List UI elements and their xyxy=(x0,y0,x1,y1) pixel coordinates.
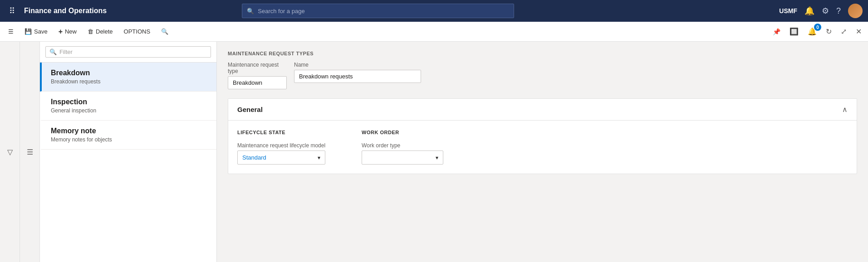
hamburger-menu-button[interactable]: ☰ xyxy=(4,25,18,38)
chevron-up-icon: ∧ xyxy=(842,105,848,114)
notification-count: 0 xyxy=(814,24,821,31)
office-icon-button[interactable]: 🔲 xyxy=(787,25,801,38)
main-layout: ▽ ☰ 🔍 Breakdown Breakdown requests Inspe… xyxy=(0,42,868,262)
filter-toggle[interactable]: ▽ xyxy=(0,42,20,262)
new-button[interactable]: + New xyxy=(54,25,81,39)
maintenance-type-field: Maintenance request type xyxy=(228,62,287,89)
sidebar-item-memory-note[interactable]: Memory note Memory notes for objects xyxy=(40,121,216,150)
lifecycle-model-select[interactable]: Standard xyxy=(238,151,313,164)
filter-input-wrap: 🔍 xyxy=(45,46,211,58)
nav-lines-icon: ☰ xyxy=(27,148,33,156)
open-button[interactable]: ⤢ xyxy=(838,25,849,38)
sidebar: 🔍 Breakdown Breakdown requests Inspectio… xyxy=(40,42,217,262)
nav-toggle-button[interactable]: ☰ xyxy=(20,42,40,262)
menu-toggle-button[interactable]: ⠿ xyxy=(5,4,19,18)
app-title: Finance and Operations xyxy=(24,7,107,15)
lifecycle-model-select-wrap: Standard ▾ xyxy=(237,150,325,165)
nav-right: USMF 🔔 ⚙ ? xyxy=(779,4,863,18)
toolbar: ☰ 💾 Save + New 🗑 Delete OPTIONS 🔍 📌 🔲 🔔 … xyxy=(0,22,868,42)
hamburger-icon: ☰ xyxy=(8,28,14,35)
refresh-button[interactable]: ↻ xyxy=(823,25,834,38)
sidebar-item-title: Memory note xyxy=(51,127,209,135)
settings-icon[interactable]: ⚙ xyxy=(822,6,829,16)
general-title: General xyxy=(237,106,263,113)
toolbar-right: 📌 🔲 🔔 0 ↻ ⤢ ✕ xyxy=(770,25,864,38)
sidebar-item-subtitle: General inspection xyxy=(51,107,209,114)
grid-icon: ⠿ xyxy=(9,6,15,16)
save-icon: 💾 xyxy=(25,28,32,35)
maintenance-type-label: Maintenance request type xyxy=(228,62,287,74)
notification-bell-icon[interactable]: 🔔 xyxy=(804,6,814,16)
toolbar-search-button[interactable]: 🔍 xyxy=(157,25,173,38)
sidebar-filter-area: 🔍 xyxy=(40,42,216,63)
delete-icon: 🗑 xyxy=(88,28,93,35)
lifecycle-col: LIFECYCLE STATE Maintenance request life… xyxy=(237,130,325,165)
section-label: MAINTENANCE REQUEST TYPES xyxy=(228,51,857,56)
general-section-header[interactable]: General ∧ xyxy=(228,99,857,121)
content-area: MAINTENANCE REQUEST TYPES Maintenance re… xyxy=(217,42,868,262)
sidebar-item-subtitle: Breakdown requests xyxy=(51,78,209,85)
work-order-type-select[interactable] xyxy=(362,151,431,164)
notification-badge-wrap: 🔔 0 xyxy=(805,25,819,38)
maintenance-type-input[interactable] xyxy=(228,76,287,89)
work-order-type-group: Work order type ▾ xyxy=(362,142,443,165)
sidebar-item-breakdown[interactable]: Breakdown Breakdown requests xyxy=(40,63,216,92)
chevron-down-icon: ▾ xyxy=(431,155,443,161)
filter-search-icon: 🔍 xyxy=(49,49,57,55)
name-field: Name xyxy=(294,62,421,89)
work-order-section-label: WORK ORDER xyxy=(362,130,443,135)
sidebar-item-title: Breakdown xyxy=(51,69,209,77)
search-icon: 🔍 xyxy=(247,8,254,15)
sidebar-item-title: Inspection xyxy=(51,98,209,106)
work-order-type-select-wrap: ▾ xyxy=(362,150,443,165)
sidebar-item-inspection[interactable]: Inspection General inspection xyxy=(40,92,216,121)
sidebar-item-subtitle: Memory notes for objects xyxy=(51,136,209,143)
chevron-down-icon: ▾ xyxy=(313,155,325,161)
plus-icon: + xyxy=(59,28,63,36)
avatar[interactable] xyxy=(848,4,863,18)
close-button[interactable]: ✕ xyxy=(853,25,864,38)
delete-button[interactable]: 🗑 Delete xyxy=(83,25,118,38)
sidebar-list: Breakdown Breakdown requests Inspection … xyxy=(40,63,216,262)
lifecycle-model-label: Maintenance request lifecycle model xyxy=(237,142,325,149)
general-body: LIFECYCLE STATE Maintenance request life… xyxy=(228,121,857,174)
name-label: Name xyxy=(294,62,421,68)
options-button[interactable]: OPTIONS xyxy=(119,25,155,38)
global-search: 🔍 xyxy=(242,4,514,18)
filter-icon: ▽ xyxy=(7,148,13,156)
form-fields: Maintenance request type Name xyxy=(228,62,857,89)
company-label: USMF xyxy=(779,7,797,15)
help-icon[interactable]: ? xyxy=(836,6,841,16)
save-button[interactable]: 💾 Save xyxy=(20,25,52,38)
work-order-col: WORK ORDER Work order type ▾ xyxy=(362,130,443,165)
search-input[interactable] xyxy=(258,8,509,15)
name-input[interactable] xyxy=(294,70,421,83)
lifecycle-section-label: LIFECYCLE STATE xyxy=(237,130,325,135)
top-navigation: ⠿ Finance and Operations 🔍 USMF 🔔 ⚙ ? xyxy=(0,0,868,22)
pinned-icon-button[interactable]: 📌 xyxy=(770,26,783,37)
work-order-type-label: Work order type xyxy=(362,142,443,149)
filter-input[interactable] xyxy=(59,49,207,55)
general-columns: LIFECYCLE STATE Maintenance request life… xyxy=(237,130,848,165)
lifecycle-model-group: Maintenance request lifecycle model Stan… xyxy=(237,142,325,165)
general-section: General ∧ LIFECYCLE STATE Maintenance re… xyxy=(228,98,857,174)
toolbar-search-icon: 🔍 xyxy=(161,28,168,35)
